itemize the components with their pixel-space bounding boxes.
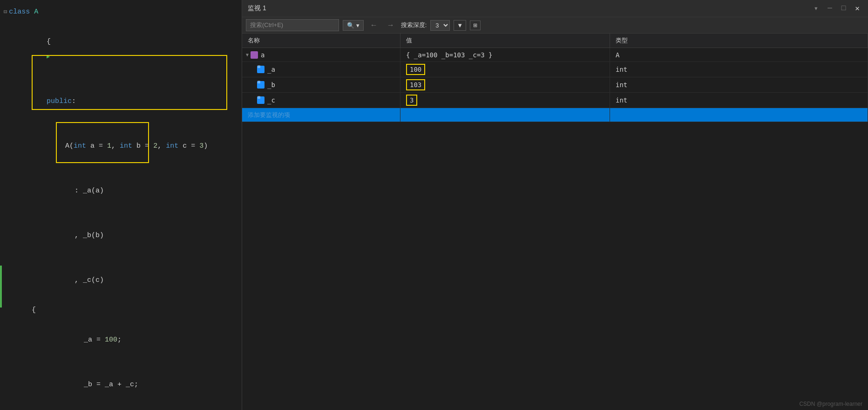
watermark: CSDN @program-learner	[799, 401, 862, 407]
field-icon-b	[257, 81, 264, 89]
depth-select[interactable]: 3 1 2 4 5	[430, 20, 450, 31]
code-editor: ⊟ class A { ▶ public: A(int a = 1, int b…	[0, 0, 242, 410]
value-highlight-b: 103	[406, 79, 425, 90]
debug-indicator	[0, 266, 2, 308]
watch-panel: 监视 1 ▾ ─ □ ✕ 搜索(Ctrl+E) 🔍 ▾ ← → 搜索深度: 3 …	[242, 0, 868, 410]
maximize-btn[interactable]: □	[839, 3, 849, 14]
code-line-2: { ▶	[0, 20, 242, 79]
watch-row-c-member[interactable]: _c 3 int	[242, 93, 868, 108]
search-button[interactable]: 🔍 ▾	[343, 20, 364, 31]
var-name-b-field: _b	[267, 81, 275, 89]
class-name: A	[34, 5, 38, 20]
search-placeholder: 搜索(Ctrl+E)	[250, 21, 283, 29]
code-line-1: ⊟ class A	[0, 5, 242, 20]
watch-row-b-member[interactable]: _b 103 int	[242, 77, 868, 93]
value-highlight-a: 100	[406, 64, 425, 75]
watch-name-a-member: _a	[242, 62, 400, 77]
dropdown-btn[interactable]: ▾	[811, 3, 821, 14]
add-watch-value	[400, 108, 610, 122]
watch-table: 名称 值 类型 ▼ a { _a=100 _b=103 _c=3 } A _a	[242, 34, 868, 410]
search-box: 搜索(Ctrl+E)	[246, 19, 339, 31]
code-line-11: }	[0, 407, 242, 410]
code-line-6: , _b(b)	[0, 213, 242, 258]
nav-forward-button[interactable]: →	[384, 20, 397, 30]
watch-type-a-field: int	[610, 62, 868, 77]
watch-row-a-member[interactable]: _a 100 int	[242, 62, 868, 77]
code-line-5: : _a(a)	[0, 169, 242, 213]
nav-back-button[interactable]: ←	[367, 20, 380, 30]
watch-name-b-member: _b	[242, 77, 400, 92]
code-line-4: A(int a = 1, int b = 2, int c = 3)	[0, 124, 242, 169]
code-line-7: , _c(c)	[0, 258, 242, 303]
var-name-a-field: _a	[267, 66, 275, 73]
watch-titlebar: 监视 1 ▾ ─ □ ✕	[242, 0, 868, 17]
value-highlight-c: 3	[406, 95, 417, 106]
watch-type-c-field: int	[610, 93, 868, 108]
filter-button[interactable]: ▼	[454, 20, 466, 31]
col-type: 类型	[610, 34, 868, 48]
var-name-c-field: _c	[267, 96, 275, 104]
watch-title: 监视 1	[248, 4, 266, 13]
code-line-3: public:	[0, 79, 242, 124]
code-content: ⊟ class A { ▶ public: A(int a = 1, int b…	[0, 0, 242, 410]
code-line-9: _a = 100;	[0, 318, 242, 362]
watch-row-a[interactable]: ▼ a { _a=100 _b=103 _c=3 } A	[242, 48, 868, 62]
watch-name-c-member: _c	[242, 93, 400, 108]
watch-toolbar: 搜索(Ctrl+E) 🔍 ▾ ← → 搜索深度: 3 1 2 4 5 ▼ ⊞	[242, 17, 868, 34]
collapse-icon-1[interactable]: ⊟	[4, 5, 7, 20]
titlebar-controls: ▾ ─ □ ✕	[811, 3, 863, 14]
watch-value-c-field: 3	[400, 93, 610, 108]
field-icon-c	[257, 96, 264, 104]
add-watch-label[interactable]: 添加要监视的项	[242, 108, 400, 122]
watch-add-row[interactable]: 添加要监视的项	[242, 108, 868, 122]
watch-type-a: A	[610, 48, 868, 62]
depth-label: 搜索深度:	[401, 21, 427, 29]
watch-value-b-field: 103	[400, 77, 610, 92]
watch-name-a: ▼ a	[242, 48, 400, 62]
watch-type-b-field: int	[610, 77, 868, 92]
table-header: 名称 值 类型	[242, 34, 868, 48]
keyword-class: class	[9, 5, 34, 20]
add-watch-type	[610, 108, 868, 122]
run-icon: ▶	[47, 54, 50, 60]
columns-button[interactable]: ⊞	[470, 20, 481, 30]
col-value: 值	[400, 34, 610, 48]
field-icon-a	[257, 66, 264, 73]
minimize-btn[interactable]: ─	[825, 3, 835, 14]
close-btn[interactable]: ✕	[852, 3, 862, 14]
code-line-10: _b = _a + _c;	[0, 362, 242, 407]
col-name: 名称	[242, 34, 400, 48]
var-name-a: a	[261, 51, 264, 59]
watch-value-a-field: 100	[400, 62, 610, 77]
expand-icon-a[interactable]: ▼	[246, 52, 249, 57]
object-icon-a	[251, 51, 258, 59]
code-line-8: {	[0, 303, 242, 318]
watch-value-a: { _a=100 _b=103 _c=3 }	[400, 48, 610, 62]
